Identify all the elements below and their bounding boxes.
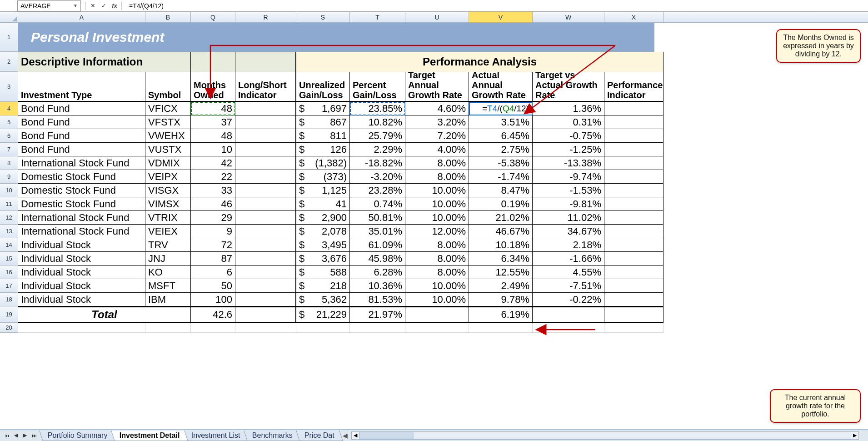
cell-T11[interactable]: 0.74% — [350, 197, 405, 211]
cell-Q18[interactable]: 100 — [191, 293, 235, 306]
cell-T9[interactable]: -3.20% — [350, 170, 405, 184]
row-header-17[interactable]: 17 — [0, 279, 18, 293]
total-R[interactable] — [235, 306, 296, 323]
row-header-9[interactable]: 9 — [0, 170, 18, 184]
total-S[interactable]: $21,229 — [296, 306, 350, 323]
cell-R14[interactable] — [235, 238, 296, 252]
row-header-6[interactable]: 6 — [0, 129, 18, 143]
cell-R16[interactable] — [235, 266, 296, 279]
cell-V9[interactable]: -1.74% — [469, 170, 533, 184]
cell-X7[interactable] — [604, 143, 663, 156]
sheet-tab-benchmarks[interactable]: Benchmarks — [244, 431, 301, 441]
cell-Q9[interactable]: 22 — [191, 170, 235, 184]
col-header-V[interactable]: V — [469, 12, 533, 22]
insert-function-button[interactable]: fx — [110, 2, 119, 10]
sheet-tab-portfolio-summary[interactable]: Portfolio Summary — [39, 431, 116, 441]
cell-R9[interactable] — [235, 170, 296, 184]
cell-W4[interactable]: 1.36% — [533, 102, 604, 115]
cell-B16[interactable]: KO — [145, 266, 191, 279]
col-header-U[interactable]: U — [405, 12, 469, 22]
hdr-unrealized[interactable]: Unrealized Gain/Loss — [296, 72, 350, 102]
hdr-target-growth[interactable]: Target Annual Growth Rate — [405, 72, 469, 102]
cell-W13[interactable]: 34.67% — [533, 225, 604, 238]
hscroll-right[interactable]: ▶ — [851, 431, 859, 440]
cell-S8[interactable]: $(1,382) — [296, 156, 350, 170]
cell-B12[interactable]: VTRIX — [145, 211, 191, 225]
cell-T14[interactable]: 61.09% — [350, 238, 405, 252]
sheet-nav-prev[interactable]: ◀ — [12, 431, 20, 440]
cell-A15[interactable]: Individual Stock — [18, 252, 145, 266]
cell-W15[interactable]: -1.66% — [533, 252, 604, 266]
cell-B10[interactable]: VISGX — [145, 184, 191, 197]
cell-T4[interactable]: 23.85% — [350, 102, 405, 115]
cell-U15[interactable]: 8.00% — [405, 252, 469, 266]
cell-X12[interactable] — [604, 211, 663, 225]
cell-S11[interactable]: $41 — [296, 197, 350, 211]
cell-T6[interactable]: 25.79% — [350, 129, 405, 143]
cell-R5[interactable] — [235, 115, 296, 129]
formula-input[interactable]: =T4/(Q4/12) — [126, 1, 868, 10]
hscroll-thumb[interactable] — [359, 432, 414, 439]
hdr-target-vs-actual[interactable]: Target vs Actual Growth Rate — [533, 72, 604, 102]
cell-Q14[interactable]: 72 — [191, 238, 235, 252]
horizontal-scrollbar[interactable]: ◀ ▶ — [351, 431, 859, 440]
cell-U7[interactable]: 4.00% — [405, 143, 469, 156]
row-header-5[interactable]: 5 — [0, 115, 18, 129]
cell-Q8[interactable]: 42 — [191, 156, 235, 170]
cell-T5[interactable]: 10.82% — [350, 115, 405, 129]
cell-W14[interactable]: 2.18% — [533, 238, 604, 252]
cell-A12[interactable]: International Stock Fund — [18, 211, 145, 225]
cell-B13[interactable]: VEIEX — [145, 225, 191, 238]
cell-V16[interactable]: 12.55% — [469, 266, 533, 279]
cell-S20[interactable] — [296, 323, 350, 333]
cell-R11[interactable] — [235, 197, 296, 211]
cell-U11[interactable]: 10.00% — [405, 197, 469, 211]
sheet-tab-price-dat[interactable]: Price Dat — [296, 431, 343, 441]
cell-S9[interactable]: $(373) — [296, 170, 350, 184]
sheet-nav-first[interactable]: ⏮ — [3, 431, 11, 440]
cell-B15[interactable]: JNJ — [145, 252, 191, 266]
total-X[interactable] — [604, 306, 663, 323]
cell-B14[interactable]: TRV — [145, 238, 191, 252]
cell-B7[interactable]: VUSTX — [145, 143, 191, 156]
hscroll-left[interactable]: ◀ — [351, 431, 359, 440]
row-header-19[interactable]: 19 — [0, 306, 18, 323]
cell-T20[interactable] — [350, 323, 405, 333]
cell-Q16[interactable]: 6 — [191, 266, 235, 279]
cell-U14[interactable]: 8.00% — [405, 238, 469, 252]
cell-A9[interactable]: Domestic Stock Fund — [18, 170, 145, 184]
row-header-15[interactable]: 15 — [0, 252, 18, 266]
cell-V8[interactable]: -5.38% — [469, 156, 533, 170]
row-header-2[interactable]: 2 — [0, 52, 18, 72]
performance-header[interactable]: Performance Analysis — [296, 52, 663, 72]
cell-W20[interactable] — [533, 323, 604, 333]
row-header-16[interactable]: 16 — [0, 266, 18, 279]
cell-B6[interactable]: VWEHX — [145, 129, 191, 143]
cell-S17[interactable]: $218 — [296, 279, 350, 293]
col-header-R[interactable]: R — [235, 12, 296, 22]
cell-A16[interactable]: Individual Stock — [18, 266, 145, 279]
cell-S12[interactable]: $2,900 — [296, 211, 350, 225]
cell-Q2[interactable] — [191, 52, 235, 72]
row-header-14[interactable]: 14 — [0, 238, 18, 252]
cell-V12[interactable]: 21.02% — [469, 211, 533, 225]
sheet-nav-last[interactable]: ⏭ — [30, 431, 38, 440]
cell-V11[interactable]: 0.19% — [469, 197, 533, 211]
cell-R13[interactable] — [235, 225, 296, 238]
cell-R2[interactable] — [235, 52, 296, 72]
cell-B4[interactable]: VFICX — [145, 102, 191, 115]
enter-formula-button[interactable]: ✓ — [100, 2, 108, 10]
cell-U18[interactable]: 10.00% — [405, 293, 469, 306]
cell-U16[interactable]: 8.00% — [405, 266, 469, 279]
cell-B9[interactable]: VEIPX — [145, 170, 191, 184]
total-U[interactable] — [405, 306, 469, 323]
cell-Q20[interactable] — [191, 323, 235, 333]
cell-S4[interactable]: $1,697 — [296, 102, 350, 115]
hdr-perf-indicator[interactable]: Performance Indicator — [604, 72, 663, 102]
cell-Q10[interactable]: 33 — [191, 184, 235, 197]
cell-B20[interactable] — [145, 323, 191, 333]
cell-T16[interactable]: 6.28% — [350, 266, 405, 279]
cell-U9[interactable]: 8.00% — [405, 170, 469, 184]
row-header-12[interactable]: 12 — [0, 211, 18, 225]
cell-S16[interactable]: $588 — [296, 266, 350, 279]
